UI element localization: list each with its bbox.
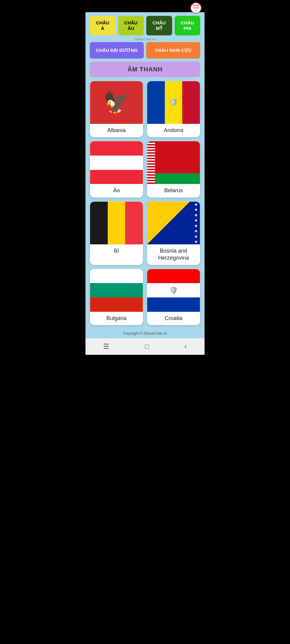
flag-label-croatia: Croatia	[147, 312, 200, 325]
flag-card-albania[interactable]: 🦅 Albania	[90, 81, 143, 137]
star-3: ★	[194, 213, 198, 218]
flag-card-bulgaria[interactable]: Bulgaria	[90, 269, 143, 325]
status-bar: SHARECODE.vn	[85, 0, 205, 12]
flag-label-andorra: Andorra	[147, 124, 200, 137]
andorra-blue-stripe	[147, 81, 165, 124]
flag-card-croatia[interactable]: 🛡️ Croatia	[147, 269, 200, 325]
btn-chau-phi[interactable]: CHÂUPHI	[175, 16, 201, 35]
flag-card-bi[interactable]: Bỉ	[90, 201, 143, 265]
andorra-coat: 🛡️	[169, 99, 178, 106]
star-4: ★	[194, 218, 198, 223]
flag-img-ao	[90, 141, 143, 184]
star-8: ★	[194, 239, 198, 244]
austria-white-mid	[90, 156, 143, 170]
flag-label-bi: Bỉ	[90, 244, 143, 257]
flag-img-albania: 🦅	[90, 81, 143, 124]
btn-chau-au[interactable]: CHÂUÂU	[118, 16, 144, 35]
continent-grid-row1: CHÂUÁ CHÂUÂU CHÂUMỸ CHÂUPHI	[90, 16, 200, 35]
nav-menu-icon[interactable]: ☰	[103, 343, 109, 351]
btn-chau-my[interactable]: CHÂUMỸ	[146, 16, 172, 35]
btn-chau-a[interactable]: CHÂUÁ	[90, 16, 116, 35]
flag-card-belarus[interactable]: Belarus	[147, 141, 200, 197]
btn-chau-nam-cuc[interactable]: CHÂU NAM CỰC	[146, 42, 200, 59]
flag-img-andorra: 🛡️	[147, 81, 200, 124]
btn-chau-dai-duong[interactable]: CHÂU ĐẠI DƯƠNG	[90, 42, 144, 59]
nav-back-icon[interactable]: ‹	[184, 343, 187, 351]
flag-img-bi	[90, 202, 143, 244]
flag-img-bulgaria	[90, 269, 143, 312]
flag-img-croatia: 🛡️	[147, 269, 200, 312]
sound-bar[interactable]: ÂM THANH	[90, 62, 200, 77]
andorra-red-stripe	[182, 81, 200, 124]
nav-bar: ☰ □ ‹	[85, 338, 205, 355]
andorra-yellow-stripe: 🛡️	[165, 81, 183, 124]
flag-img-belarus	[147, 141, 200, 184]
flag-label-ao: Áo	[90, 184, 143, 197]
austria-red-top	[90, 141, 143, 156]
nav-home-icon[interactable]: □	[145, 343, 149, 351]
austria-red-bot	[90, 170, 143, 184]
flag-label-belarus: Belarus	[147, 184, 200, 197]
flag-label-bosnia: Bosnia and Herzegovina	[147, 244, 200, 265]
belgium-yellow	[108, 202, 125, 244]
belgium-black	[90, 202, 108, 244]
flag-card-ao[interactable]: Áo	[90, 141, 143, 197]
flag-card-bosnia[interactable]: ★ ★ ★ ★ ★ ★ ★ ★ Bosnia and Herzegovina	[147, 201, 200, 265]
star-6: ★	[194, 228, 198, 233]
bosnia-triangle	[147, 202, 190, 244]
bosnia-stars: ★ ★ ★ ★ ★ ★ ★ ★	[194, 202, 198, 244]
flag-card-andorra[interactable]: 🛡️ Andorra	[147, 81, 200, 137]
flag-label-bulgaria: Bulgaria	[90, 312, 143, 325]
continent-grid-row2: CHÂU ĐẠI DƯƠNG CHÂU NAM CỰC	[90, 42, 200, 59]
main-content: CHÂUÁ CHÂUÂU CHÂUMỸ CHÂUPHI ShareCode.vn…	[85, 12, 205, 338]
sharecode-logo: SHARECODE.vn	[190, 2, 201, 13]
star-7: ★	[194, 234, 198, 239]
bulgaria-white	[90, 269, 143, 283]
flag-img-bosnia: ★ ★ ★ ★ ★ ★ ★ ★	[147, 202, 200, 244]
flag-label-albania: Albania	[90, 124, 143, 137]
albania-eagle: 🦅	[103, 90, 130, 115]
star-5: ★	[194, 223, 198, 228]
copyright-bar: Copyright © ShareCode.vn	[90, 329, 200, 338]
star-1: ★	[194, 202, 198, 207]
bulgaria-red	[90, 297, 143, 312]
watermark: ShareCode.vn	[90, 37, 200, 41]
croatia-coat: 🛡️	[169, 286, 178, 294]
belgium-red	[125, 202, 143, 244]
flag-grid: 🦅 Albania 🛡️ Andorra	[90, 81, 200, 329]
star-2: ★	[194, 207, 198, 212]
bulgaria-green	[90, 283, 143, 297]
